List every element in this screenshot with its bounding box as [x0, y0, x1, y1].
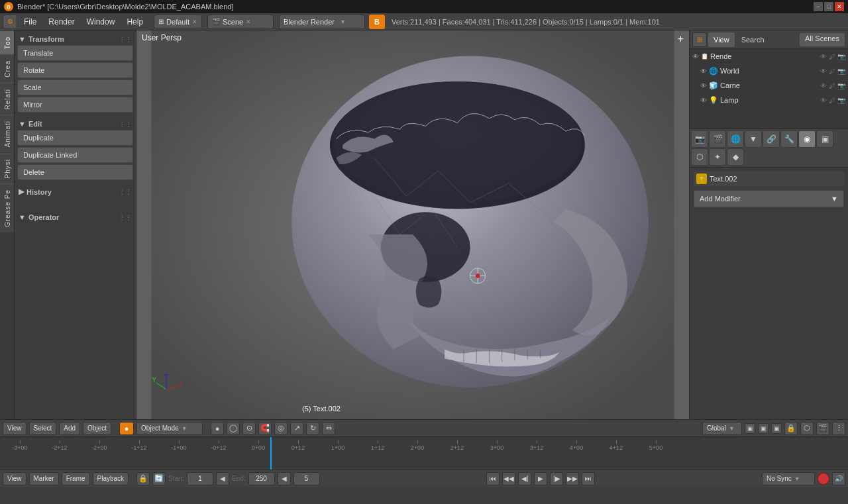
render-mode-icon[interactable]: 🎬 — [816, 422, 829, 435]
prop-icon-material[interactable]: ▣ — [816, 130, 833, 148]
proportional-edit[interactable]: ◎ — [274, 422, 288, 435]
mirror-button[interactable]: Mirror — [17, 97, 133, 113]
delete-button[interactable]: Delete — [17, 164, 133, 180]
layer-btn1[interactable]: ▣ — [745, 423, 755, 434]
menu-render[interactable]: Render — [43, 15, 80, 29]
tab-relations[interactable]: Relati — [0, 83, 14, 115]
jump-to-start-btn[interactable]: ⏮ — [486, 472, 500, 485]
timeline-view-button[interactable]: View — [3, 472, 26, 485]
timeline-marker-button[interactable]: Marker — [29, 472, 59, 485]
play-btn[interactable]: ▶ — [534, 472, 547, 485]
viewport-add-button[interactable]: Add — [59, 422, 80, 435]
outliner-item-render[interactable]: 👁 📋 Rende 👁 🖊 📷 — [690, 49, 848, 64]
record-button[interactable] — [818, 473, 829, 485]
prop-icon-particles[interactable]: ✦ — [709, 148, 726, 166]
menu-file[interactable]: File — [19, 15, 42, 29]
next-keyframe-btn[interactable]: |▶ — [550, 472, 563, 485]
prop-icon-world[interactable]: 🌐 — [727, 130, 744, 148]
viewport-object-button[interactable]: Object — [83, 422, 111, 435]
3d-viewport[interactable]: User Persp + — [136, 30, 689, 419]
prop-icon-physics[interactable]: ◆ — [727, 148, 744, 166]
minimize-button[interactable]: – — [814, 2, 823, 11]
prop-icon-scene[interactable]: 🎬 — [709, 130, 726, 148]
outliner-tab-view[interactable]: View — [708, 32, 735, 47]
add-modifier-button[interactable]: Add Modifier ▼ — [694, 190, 844, 207]
viewport-expand-icon[interactable]: + — [678, 33, 684, 45]
menu-help[interactable]: Help — [121, 15, 148, 29]
outliner-tab-search[interactable]: Search — [736, 32, 770, 47]
rotate-button[interactable]: Rotate — [17, 62, 133, 78]
pivot-dropdown[interactable]: ⊙ — [242, 422, 256, 435]
outliner-item-lamp[interactable]: 👁 💡 Lamp 👁 🖊 📷 — [690, 93, 848, 107]
right-panel: ⊞ View Search All Scenes 👁 📋 Rende 👁 🖊 📷… — [689, 30, 848, 419]
manipulate-rotate-icon[interactable]: ↻ — [306, 422, 319, 435]
all-scenes-button[interactable]: All Scenes — [799, 32, 845, 47]
end-frame-field[interactable]: 250 — [248, 472, 275, 485]
scale-button[interactable]: Scale — [17, 79, 133, 95]
tab-grease[interactable]: Grease Pe — [0, 183, 14, 232]
viewport-view-button[interactable]: View — [3, 422, 26, 435]
lock-icon[interactable]: 🔒 — [784, 422, 798, 435]
duplicate-linked-button[interactable]: Duplicate Linked — [17, 147, 133, 163]
timeline-mark: -1+00 — [159, 440, 199, 451]
history-section-header[interactable]: ▶ History ⋮⋮ — [17, 185, 133, 198]
main-layout: Too Crea Relati Animati Physi Grease Pe … — [0, 30, 848, 419]
blender-menu-icon[interactable]: ⚙ — [3, 15, 17, 29]
edit-section-header[interactable]: ▼ Edit ⋮⋮ — [17, 118, 133, 130]
prev-end-btn[interactable]: ◀ — [278, 472, 291, 485]
layout-mode-dropdown[interactable]: ⊞ Default ✕ — [154, 15, 202, 29]
timeline-playback-button[interactable]: Playback — [93, 472, 129, 485]
tab-physics[interactable]: Physi — [0, 153, 14, 183]
snap-toggle[interactable]: 🧲 — [258, 422, 272, 435]
operator-section-header[interactable]: ▼ Operator ⋮⋮ — [17, 211, 133, 223]
scene-dropdown[interactable]: 🎬 Scene ✕ — [207, 15, 274, 29]
menu-bar: ⚙ File Render Window Help ⊞ Default ✕ 🎬 … — [0, 13, 848, 30]
tab-tool[interactable]: Too — [0, 30, 14, 54]
prop-icon-modifiers[interactable]: 🔧 — [780, 130, 798, 148]
layer-btn2[interactable]: ▣ — [758, 423, 768, 434]
sync-icon[interactable]: 🔄 — [152, 472, 166, 485]
close-button[interactable]: ✕ — [835, 2, 844, 11]
wireframe-icon[interactable]: ⬡ — [800, 422, 814, 435]
menu-window[interactable]: Window — [81, 15, 121, 29]
prop-icon-constraints[interactable]: 🔗 — [763, 130, 780, 148]
tab-animation[interactable]: Animati — [0, 115, 14, 152]
history-drag-handle: ⋮⋮ — [119, 188, 132, 195]
lock-frame-icon[interactable]: 🔒 — [136, 472, 150, 485]
prev-frame-btn[interactable]: ◀◀ — [502, 472, 515, 485]
timeline-frame-button[interactable]: Frame — [62, 472, 90, 485]
transform-orientation-dropdown[interactable]: Global ▼ — [702, 422, 742, 435]
transform-drag-handle: ⋮⋮ — [119, 36, 132, 43]
jump-to-end-btn[interactable]: ⏭ — [582, 472, 595, 485]
viewport-shading-wire[interactable]: ◯ — [227, 422, 240, 435]
manipulate-scale-icon[interactable]: ⇔ — [322, 422, 335, 435]
sync-mode-dropdown[interactable]: No Sync ▼ — [762, 472, 815, 485]
viewport-shading-solid[interactable]: ● — [211, 422, 224, 435]
translate-button[interactable]: Translate — [17, 45, 133, 61]
tab-create[interactable]: Crea — [0, 54, 14, 83]
start-frame-field[interactable]: 1 — [187, 472, 213, 485]
object-mode-dropdown[interactable]: Object Mode ▼ — [136, 422, 203, 435]
prop-icon-data[interactable]: ◉ — [798, 130, 816, 148]
prev-keyframe-btn[interactable]: ◀| — [518, 472, 531, 485]
viewport-select-button[interactable]: Select — [29, 422, 57, 435]
edit-section-content: Duplicate Duplicate Linked Delete — [17, 130, 133, 185]
timeline-ruler[interactable]: -3+00 -2+12 -2+00 -1+12 -1+00 -0+12 0+00… — [0, 437, 848, 470]
current-frame-field[interactable]: 5 — [293, 472, 320, 485]
outliner-item-world[interactable]: 👁 🌐 World 👁 🖊 📷 — [690, 64, 848, 78]
transform-section-header[interactable]: ▼ Transform ⋮⋮ — [17, 33, 133, 45]
manipulate-icon[interactable]: ↗ — [290, 422, 303, 435]
prop-icon-render[interactable]: 📷 — [691, 130, 708, 148]
render-engine-dropdown[interactable]: Blender Render ▼ — [279, 15, 365, 29]
extras-icon[interactable]: ⋮ — [832, 422, 845, 435]
prev-start-btn[interactable]: ◀ — [216, 472, 229, 485]
audio-scrub-btn[interactable]: 🔊 — [832, 472, 845, 485]
next-frame-btn[interactable]: ▶▶ — [566, 472, 579, 485]
duplicate-button[interactable]: Duplicate — [17, 130, 133, 146]
prop-icon-object[interactable]: ▼ — [745, 130, 762, 148]
maximize-button[interactable]: □ — [824, 2, 833, 11]
outliner-item-carne[interactable]: 👁 🧊 Carne 👁 🖊 📷 — [690, 78, 848, 93]
prop-icon-texture[interactable]: ⬡ — [691, 148, 708, 166]
layer-btn3[interactable]: ▣ — [771, 423, 782, 434]
outliner-icon-btn[interactable]: ⊞ — [692, 32, 707, 47]
